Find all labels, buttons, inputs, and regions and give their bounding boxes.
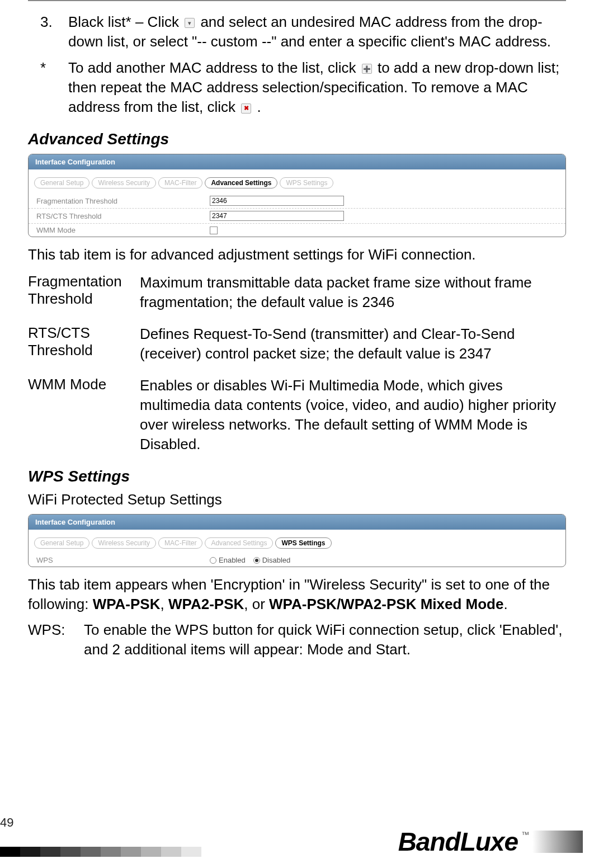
rts-row: RTS/CTS Threshold xyxy=(29,208,565,223)
wps-def-term: WPS: xyxy=(28,620,84,659)
remove-icon: ✖ xyxy=(241,103,251,114)
gradient-strip xyxy=(0,847,201,857)
tab-mac-filter[interactable]: MAC-Filter xyxy=(158,537,202,549)
def-fragmentation-term: Fragmentation Threshold xyxy=(28,273,140,312)
rts-input[interactable] xyxy=(210,211,344,221)
footnote-part1: To add another MAC address to the list, … xyxy=(68,59,360,76)
footnote-marker: * xyxy=(28,58,68,117)
wmm-label: WMM Mode xyxy=(36,226,210,234)
def-wmm-body: Enables or disables Wi-Fi Multimedia Mod… xyxy=(140,376,566,454)
wps-panel-title: Interface Configuration xyxy=(29,515,565,530)
rts-label: RTS/CTS Threshold xyxy=(36,212,210,220)
step-body: Black list* – Click ▾ and select an unde… xyxy=(68,12,566,51)
fragmentation-input[interactable] xyxy=(210,196,344,206)
wmm-checkbox[interactable] xyxy=(210,227,218,234)
footnote: * To add another MAC address to the list… xyxy=(28,58,566,117)
wps-bold1: WPA-PSK xyxy=(93,596,161,612)
wps-row-label: WPS xyxy=(36,556,210,564)
trademark-symbol: ™ xyxy=(521,830,529,839)
wps-enabled-label: Enabled xyxy=(219,556,246,564)
brand-logo: BandLuxe ™ xyxy=(398,827,594,857)
step-text-before: Black list* – Click xyxy=(68,13,183,30)
def-rts: RTS/CTS Threshold Defines Request-To-Sen… xyxy=(28,324,566,364)
black-list-step: 3. Black list* – Click ▾ and select an u… xyxy=(28,12,566,51)
wps-note: This tab item appears when 'Encryption' … xyxy=(28,575,566,614)
wps-bold3: WPA-PSK/WPA2-PSK Mixed Mode xyxy=(269,596,503,612)
wmm-row: WMM Mode xyxy=(29,223,565,237)
def-rts-term: RTS/CTS Threshold xyxy=(28,324,140,364)
wps-definition: WPS: To enable the WPS button for quick … xyxy=(28,620,566,659)
tab-advanced-settings[interactable]: Advanced Settings xyxy=(205,537,273,549)
wps-settings-panel: Interface Configuration General Setup Wi… xyxy=(28,514,566,567)
wps-disabled-label: Disabled xyxy=(262,556,291,564)
footnote-part3: . xyxy=(257,98,261,115)
advanced-tabs: General Setup Wireless Security MAC-Filt… xyxy=(29,169,565,193)
wps-sep1: , xyxy=(160,596,168,612)
page-footer: 49 BandLuxe ™ xyxy=(0,815,594,857)
footnote-body: To add another MAC address to the list, … xyxy=(68,58,566,117)
tab-general-setup[interactable]: General Setup xyxy=(34,537,89,549)
fragmentation-row: Fragmentation Threshold xyxy=(29,193,565,208)
tab-mac-filter[interactable]: MAC-Filter xyxy=(158,177,202,188)
advanced-definitions: Fragmentation Threshold Maximum transmit… xyxy=(28,273,566,455)
advanced-settings-panel: Interface Configuration General Setup Wi… xyxy=(28,154,566,237)
wps-disabled-radio[interactable]: Disabled xyxy=(253,556,291,564)
advanced-caption: This tab item is for advanced adjustment… xyxy=(28,245,566,265)
wps-subhead: WiFi Protected Setup Settings xyxy=(28,491,566,508)
step-number: 3. xyxy=(28,12,68,51)
tab-wps-settings[interactable]: WPS Settings xyxy=(275,537,331,549)
fragmentation-label: Fragmentation Threshold xyxy=(36,197,210,205)
page-number: 49 xyxy=(0,815,201,845)
tab-wps-settings[interactable]: WPS Settings xyxy=(280,177,333,188)
tab-general-setup[interactable]: General Setup xyxy=(34,177,89,188)
advanced-settings-heading: Advanced Settings xyxy=(28,130,566,148)
wps-row: WPS Enabled Disabled xyxy=(29,553,565,567)
wps-after: . xyxy=(503,596,507,612)
right-gradient xyxy=(532,831,583,853)
def-wmm: WMM Mode Enables or disables Wi-Fi Multi… xyxy=(28,376,566,454)
dropdown-icon: ▾ xyxy=(185,18,195,28)
def-fragmentation: Fragmentation Threshold Maximum transmit… xyxy=(28,273,566,312)
add-icon: ➕ xyxy=(362,64,372,74)
wps-enabled-radio[interactable]: Enabled xyxy=(210,556,246,564)
wps-tabs: General Setup Wireless Security MAC-Filt… xyxy=(29,530,565,553)
wps-sep2: , or xyxy=(244,596,269,612)
wps-def-body: To enable the WPS button for quick WiFi … xyxy=(84,620,566,659)
def-wmm-term: WMM Mode xyxy=(28,376,140,454)
tab-wireless-security[interactable]: Wireless Security xyxy=(92,537,156,549)
brand-logo-text: BandLuxe xyxy=(398,827,518,857)
tab-wireless-security[interactable]: Wireless Security xyxy=(92,177,156,188)
def-rts-body: Defines Request-To-Send (transmitter) an… xyxy=(140,324,566,364)
panel-title: Interface Configuration xyxy=(29,154,565,169)
def-fragmentation-body: Maximum transmittable data packet frame … xyxy=(140,273,566,312)
wps-bold2: WPA2-PSK xyxy=(168,596,244,612)
wps-settings-heading: WPS Settings xyxy=(28,468,566,485)
tab-advanced-settings[interactable]: Advanced Settings xyxy=(205,177,277,188)
